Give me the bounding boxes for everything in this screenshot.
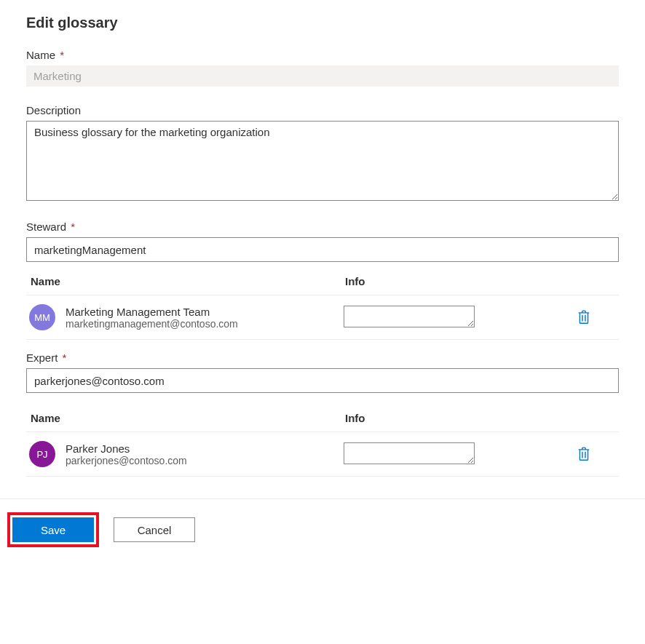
expert-table-header: Name Info [26,399,619,432]
expert-label: Expert * [26,351,619,364]
contact-name: Parker Jones [66,442,187,455]
table-row: PJ Parker Jones parkerjones@contoso.com [26,432,619,477]
trash-icon [577,310,590,325]
cancel-button[interactable]: Cancel [114,517,195,542]
steward-label: Steward * [26,220,619,233]
contact-name: Marketing Management Team [66,306,238,318]
col-name: Name [31,275,345,287]
save-button[interactable]: Save [12,517,94,542]
name-label: Name * [26,49,619,61]
avatar: PJ [29,441,55,467]
description-label: Description [26,104,619,116]
delete-expert-button[interactable] [574,444,593,464]
description-input[interactable]: Business glossary for the marketing orga… [26,121,619,201]
steward-table-header: Name Info [26,268,619,295]
steward-search-input[interactable] [26,237,619,262]
col-info: Info [345,412,563,424]
trash-icon [577,447,590,461]
avatar: MM [29,304,55,330]
contact-email: marketingmanagement@contoso.com [66,318,238,330]
highlight-annotation: Save [7,512,99,547]
page-title: Edit glossary [26,15,619,31]
table-row: MM Marketing Management Team marketingma… [26,295,619,340]
name-input [26,65,619,87]
delete-steward-button[interactable] [574,307,593,327]
col-name: Name [31,412,345,424]
info-input[interactable] [344,442,475,464]
col-info: Info [345,275,563,287]
expert-search-input[interactable] [26,368,619,393]
info-input[interactable] [344,306,475,327]
contact-email: parkerjones@contoso.com [66,455,187,466]
